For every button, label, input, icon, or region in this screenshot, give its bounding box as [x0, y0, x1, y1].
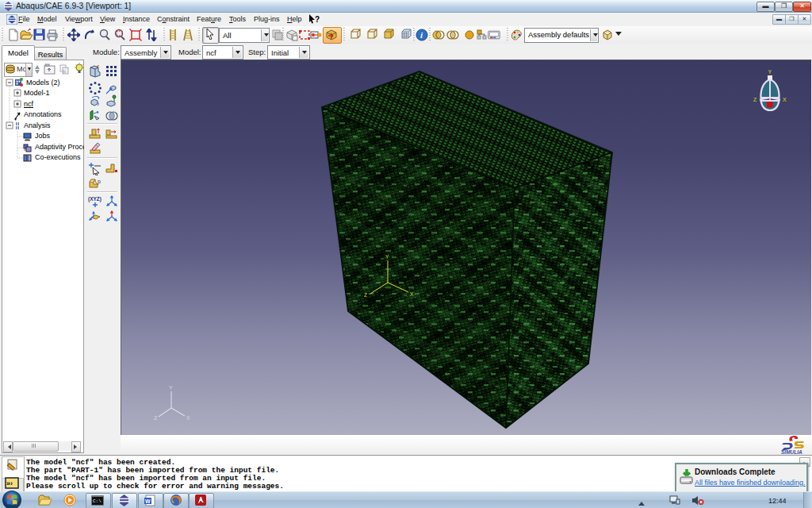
svg-text:W: W [145, 498, 151, 504]
svg-text:X: X [783, 97, 787, 102]
svg-text:X: X [410, 291, 414, 297]
svg-text:Z: Z [364, 292, 367, 298]
svg-text:Y: Y [385, 254, 389, 260]
svg-text:Z: Z [154, 415, 158, 421]
svg-text:X: X [186, 415, 190, 421]
svg-text:Y: Y [768, 69, 772, 75]
svg-text:»›: »› [6, 479, 13, 487]
svg-text:C:\: C:\ [93, 498, 102, 504]
svg-text:Z: Z [753, 97, 757, 102]
svg-text:?: ? [315, 15, 320, 24]
svg-text:(XYZ): (XYZ) [88, 196, 102, 202]
svg-text:Y: Y [169, 385, 173, 391]
svg-text:p: p [98, 179, 101, 185]
svg-text:SIMULIA: SIMULIA [781, 449, 802, 455]
